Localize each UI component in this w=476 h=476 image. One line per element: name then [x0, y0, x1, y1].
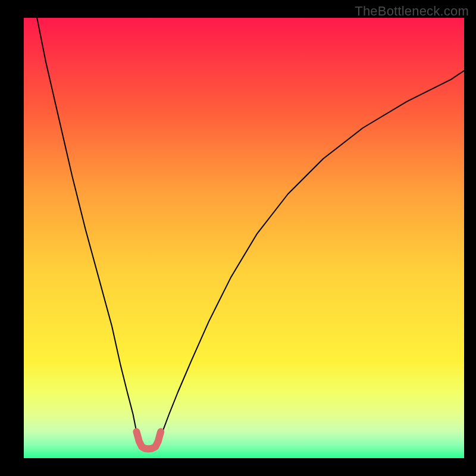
watermark-text: TheBottleneck.com: [355, 4, 469, 19]
curve-layer: [24, 18, 464, 458]
chart-frame: TheBottleneck.com: [0, 0, 476, 476]
trough-path: [136, 432, 161, 449]
right-branch-path: [158, 71, 464, 443]
left-branch-path: [37, 18, 139, 443]
plot-area: [24, 18, 464, 458]
